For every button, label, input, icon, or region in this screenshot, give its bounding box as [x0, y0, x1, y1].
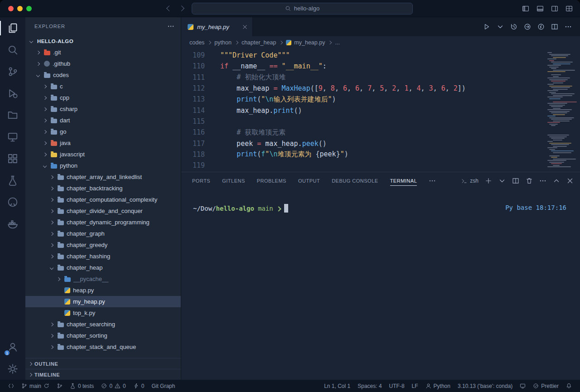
panel-tab-terminal[interactable]: TERMINAL [390, 172, 417, 189]
tree-item-cpp[interactable]: cpp [25, 92, 181, 103]
panel-tab-ports[interactable]: PORTS [192, 172, 210, 189]
toggle-panel-icon[interactable] [536, 5, 544, 12]
tree-item-java[interactable]: java [25, 137, 181, 149]
run-button-icon[interactable] [483, 23, 490, 30]
tree-item-.git[interactable]: .git [25, 47, 181, 58]
code-line-112[interactable]: 112 max_heap = MaxHeap([9, 8, 6, 6, 7, 5… [181, 83, 580, 94]
activity-item-search[interactable] [0, 39, 25, 61]
code-line-114[interactable]: 114 max_heap.print() [181, 105, 580, 116]
customize-layout-icon[interactable] [566, 5, 573, 12]
panel-tab-debug-console[interactable]: DEBUG CONSOLE [332, 172, 378, 189]
navigate-forward-icon[interactable] [179, 6, 184, 10]
status-eol[interactable]: LF [408, 380, 422, 392]
tree-item-c[interactable]: c [25, 81, 181, 92]
breadcrumb-item-my_heap.py[interactable]: my_heap.py [286, 39, 325, 46]
status-notifications[interactable] [562, 380, 575, 392]
status-encoding[interactable]: UTF-8 [386, 380, 408, 392]
activity-item-github[interactable] [0, 191, 25, 213]
tree-item-chapter_greedy[interactable]: chapter_greedy [25, 239, 181, 251]
status-prettier[interactable]: Prettier [529, 380, 562, 392]
toggle-primary-sidebar-icon[interactable] [522, 5, 529, 12]
tree-item-javascript[interactable]: javascript [25, 149, 181, 160]
more-actions-icon[interactable] [565, 23, 572, 30]
split-editor-icon[interactable] [551, 23, 558, 30]
tree-item-my_heap.py[interactable]: my_heap.py [25, 296, 181, 307]
explorer-more-actions-icon[interactable] [167, 23, 174, 30]
breadcrumb-item-...[interactable]: ... [335, 39, 339, 46]
terminal[interactable]: ~/Dow/hello-algo main Py base 18:17:16 [181, 189, 580, 380]
status-python-interpreter[interactable]: 3.10.13 ('base': conda) [454, 380, 516, 392]
activity-item-source-control[interactable] [0, 61, 25, 82]
panel-tab-gitlens[interactable]: GITLENS [222, 172, 245, 189]
panel-tab-problems[interactable]: PROBLEMS [257, 172, 286, 189]
code-line-109[interactable]: 109"""Driver Code""" [181, 50, 580, 61]
minimize-window-button[interactable] [17, 6, 23, 11]
tree-item-csharp[interactable]: csharp [25, 103, 181, 115]
breadcrumb-item-chapter_heap[interactable]: chapter_heap [242, 39, 276, 46]
tree-item-chapter_heap[interactable]: chapter_heap [25, 262, 181, 273]
breadcrumb-item-python[interactable]: python [214, 39, 232, 46]
tree-item-go[interactable]: go [25, 126, 181, 137]
activity-item-run-debug[interactable] [0, 82, 25, 104]
status-problems[interactable]: 00 [97, 380, 129, 392]
tree-item-top_k.py[interactable]: top_k.py [25, 307, 181, 319]
code-line-111[interactable]: 111 # 初始化大顶堆 [181, 72, 580, 83]
toggle-secondary-sidebar-icon[interactable] [551, 5, 558, 12]
status-git-graph[interactable]: Git Graph [148, 380, 179, 392]
code-line-117[interactable]: 117 peek = max_heap.peek() [181, 138, 580, 149]
status-indentation[interactable]: Spaces: 4 [354, 380, 385, 392]
tree-item-.github[interactable]: .github [25, 58, 181, 69]
tree-root-hello-algo[interactable]: HELLO-ALGO [25, 35, 181, 47]
tree-item-chapter_sorting[interactable]: chapter_sorting [25, 330, 181, 341]
navigate-back-icon[interactable] [167, 6, 171, 10]
panel-tab-output[interactable]: OUTPUT [298, 172, 320, 189]
tree-item-chapter_searching[interactable]: chapter_searching [25, 319, 181, 330]
close-window-button[interactable] [8, 6, 14, 11]
tree-item-chapter_array_and_linkedlist[interactable]: chapter_array_and_linkedlist [25, 171, 181, 183]
timeline-history-icon[interactable] [510, 23, 517, 30]
profile-icon[interactable] [537, 23, 545, 30]
status-screencast[interactable] [516, 380, 529, 392]
tree-item-python[interactable]: python [25, 160, 181, 171]
status-git-branch[interactable]: main [18, 380, 53, 392]
activity-item-settings[interactable] [0, 358, 25, 380]
status-remote-indicator[interactable] [5, 380, 18, 392]
split-terminal-icon[interactable] [512, 177, 519, 184]
panel-tabs-more-icon[interactable] [429, 177, 436, 184]
breadcrumb-item-codes[interactable]: codes [189, 39, 204, 46]
tree-item-chapter_stack_and_queue[interactable]: chapter_stack_and_queue [25, 341, 181, 353]
code-line-113[interactable]: 113 print("\n输入列表并建堆后") [181, 94, 580, 105]
code-line-115[interactable]: 115 [181, 116, 580, 127]
tree-item-chapter_dynamic_programming[interactable]: chapter_dynamic_programming [25, 217, 181, 228]
status-language-mode[interactable]: Python [422, 380, 454, 392]
activity-item-docker[interactable] [0, 213, 25, 235]
activity-item-testing[interactable] [0, 169, 25, 191]
close-tab-icon[interactable] [242, 24, 248, 30]
tree-item-__pycache__[interactable]: __pycache__ [25, 273, 181, 285]
status-tests[interactable]: 0 tests [66, 380, 97, 392]
tree-item-chapter_graph[interactable]: chapter_graph [25, 228, 181, 239]
code-line-119[interactable]: 119 [181, 160, 580, 171]
tree-item-chapter_hashing[interactable]: chapter_hashing [25, 251, 181, 262]
tree-item-chapter_divide_and_conquer[interactable]: chapter_divide_and_conquer [25, 205, 181, 217]
activity-item-remote-explorer[interactable] [0, 126, 25, 148]
tree-item-chapter_computational_complexity[interactable]: chapter_computational_complexity [25, 194, 181, 205]
close-panel-icon[interactable] [566, 177, 574, 184]
code-line-116[interactable]: 116 # 获取堆顶元素 [181, 127, 580, 138]
run-dropdown-icon[interactable] [497, 23, 504, 30]
command-center-search[interactable]: hello-algo [192, 3, 413, 15]
activity-item-accounts[interactable]: 1 [0, 336, 25, 358]
sidebar-section-outline[interactable]: OUTLINE [25, 358, 181, 369]
open-changes-icon[interactable] [524, 23, 531, 30]
panel-more-actions-icon[interactable] [539, 177, 546, 184]
tree-item-codes[interactable]: codes [25, 69, 181, 81]
activity-item-explorer[interactable] [0, 17, 25, 39]
kill-terminal-icon[interactable] [526, 177, 533, 184]
maximize-panel-icon[interactable] [553, 177, 560, 184]
minimap[interactable] [547, 52, 577, 168]
terminal-profile-dropdown-icon[interactable] [498, 177, 506, 184]
shell-selector[interactable]: zsh [461, 178, 478, 184]
zoom-window-button[interactable] [26, 6, 32, 11]
sidebar-section-timeline[interactable]: TIMELINE [25, 369, 181, 380]
status-git-graph-repo[interactable] [53, 380, 66, 392]
